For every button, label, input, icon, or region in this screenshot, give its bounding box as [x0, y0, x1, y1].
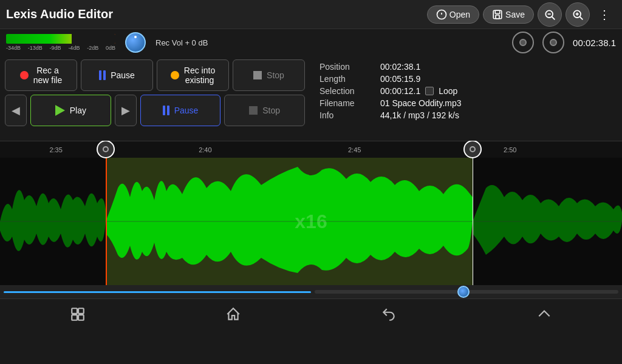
svg-line-5 — [552, 16, 555, 19]
bottom-nav — [0, 298, 622, 329]
marker-240: 2:40 — [199, 146, 211, 153]
button-row-1: Rec anew file Pause Rec intoexisting Sto… — [5, 59, 305, 91]
nav-recents-button[interactable] — [63, 302, 93, 326]
marker-245: 2:45 — [348, 146, 361, 153]
header-actions: Open Save ⋮ — [427, 2, 616, 27]
svg-rect-18 — [78, 308, 84, 314]
selection-handle-right[interactable] — [463, 141, 482, 158]
button-row-2: ◀ Play ▶ Pause Stop — [5, 95, 305, 126]
length-value: 00:05:15.9 — [380, 74, 612, 84]
svg-rect-19 — [72, 315, 77, 320]
rec-new-label: Rec anew file — [33, 66, 62, 85]
info-label: Info — [320, 110, 380, 120]
stop-button-1[interactable]: Stop — [233, 59, 305, 91]
volume-knob[interactable] — [125, 32, 146, 53]
vu-label-1: -34dB — [6, 45, 21, 51]
pause-icon-2 — [163, 106, 169, 115]
pause-button-2[interactable]: Pause — [140, 95, 221, 126]
middle-section: Rec anew file Pause Rec intoexisting Sto… — [0, 56, 622, 141]
rec-existing-label: Rec intoexisting — [184, 66, 215, 85]
marker-250: 2:50 — [504, 146, 516, 153]
reel-left — [512, 32, 534, 53]
nav-home-button[interactable] — [218, 302, 248, 326]
app-title: Lexis Audio Editor — [6, 7, 113, 21]
selection-handle-left[interactable] — [97, 141, 115, 158]
progress-bar — [4, 291, 311, 293]
stop2-label: Stop — [262, 106, 280, 115]
vu-label-4: -4dB — [68, 45, 80, 51]
time-display: 00:02:38.1 — [512, 32, 616, 53]
play-button[interactable]: Play — [30, 95, 111, 126]
open-button[interactable]: Open — [427, 5, 479, 24]
open-icon — [436, 9, 447, 20]
prev-button[interactable]: ◀ — [5, 95, 27, 126]
save-button[interactable]: Save — [483, 5, 534, 24]
playhead — [106, 158, 107, 285]
collapse-icon — [536, 306, 552, 322]
vu-bar — [6, 34, 115, 44]
next-icon: ▶ — [121, 104, 130, 117]
selection-label: Selection — [320, 86, 380, 96]
reel-right — [542, 32, 564, 53]
vu-label-3: -9dB — [50, 45, 61, 51]
length-label: Length — [320, 74, 380, 84]
loop-checkbox[interactable] — [425, 87, 434, 95]
next-button[interactable]: ▶ — [115, 95, 137, 126]
controls-row: -34dB -13dB -9dB -4dB -2dB 0dB Rec Vol +… — [0, 29, 622, 56]
zoom-in-icon — [572, 8, 584, 21]
info-value: 44,1k / mp3 / 192 k/s — [380, 110, 612, 120]
svg-rect-17 — [72, 308, 77, 314]
stop-icon-1 — [253, 71, 262, 79]
filename-value: 01 Space Oddity.mp3 — [380, 98, 612, 108]
vu-label-6: 0dB — [106, 45, 115, 51]
prev-icon: ◀ — [12, 104, 20, 117]
nav-back-button[interactable] — [374, 302, 404, 326]
position-value: 00:02:38.1 — [380, 62, 612, 72]
rec-existing-icon — [171, 71, 179, 79]
info-panel: Position 00:02:38.1 Length 00:05:15.9 Se… — [310, 56, 622, 141]
waveform-section[interactable]: 2:35 2:40 2:45 2:50 x16 — [0, 141, 622, 298]
vu-labels: -34dB -13dB -9dB -4dB -2dB 0dB — [6, 45, 115, 51]
more-button[interactable]: ⋮ — [593, 5, 616, 24]
recents-icon — [70, 306, 86, 322]
stop1-label: Stop — [267, 70, 284, 80]
pause-button-1[interactable]: Pause — [81, 59, 153, 91]
search-icon — [544, 8, 556, 21]
svg-line-8 — [580, 16, 583, 19]
selection-value: 00:00:12.1 — [380, 86, 420, 96]
loop-label: Loop — [439, 86, 457, 96]
pause1-label: Pause — [111, 70, 135, 80]
header: Lexis Audio Editor Open Save — [0, 0, 622, 29]
volume-label: Rec Vol + 0 dB — [156, 38, 208, 47]
timeline: 2:35 2:40 2:45 2:50 — [0, 141, 622, 158]
marker-235: 2:35 — [49, 146, 62, 153]
record-icon — [20, 71, 29, 79]
position-label: Position — [320, 62, 380, 72]
filename-label: Filename — [320, 98, 380, 108]
pause-icon-1 — [99, 70, 106, 80]
nav-collapse-button[interactable] — [529, 302, 559, 326]
zoom-in-button[interactable] — [566, 2, 590, 27]
stop-button-2[interactable]: Stop — [224, 95, 305, 126]
vu-meter: -34dB -13dB -9dB -4dB -2dB 0dB — [6, 34, 115, 51]
scrollbar-row — [0, 285, 622, 298]
svg-rect-3 — [496, 15, 499, 18]
selection-row: 00:00:12.1 Loop — [380, 86, 612, 96]
svg-rect-2 — [495, 10, 500, 13]
current-time: 00:02:38.1 — [573, 38, 616, 48]
play-label: Play — [70, 106, 86, 115]
stop-icon-2 — [249, 106, 258, 115]
vu-label-2: -13dB — [28, 45, 43, 51]
home-icon — [225, 306, 241, 322]
rec-new-file-button[interactable]: Rec anew file — [5, 59, 77, 91]
search-button[interactable] — [538, 2, 562, 27]
waveform-svg — [0, 158, 622, 285]
buttons-panel: Rec anew file Pause Rec intoexisting Sto… — [0, 56, 310, 141]
pause2-label: Pause — [174, 106, 199, 115]
selection-line-right — [473, 158, 473, 285]
rec-existing-button[interactable]: Rec intoexisting — [157, 59, 229, 91]
waveform-wrapper[interactable]: x16 — [0, 158, 622, 285]
back-icon — [381, 306, 397, 322]
scrollbar-thumb[interactable] — [457, 286, 470, 298]
save-icon — [492, 9, 503, 20]
